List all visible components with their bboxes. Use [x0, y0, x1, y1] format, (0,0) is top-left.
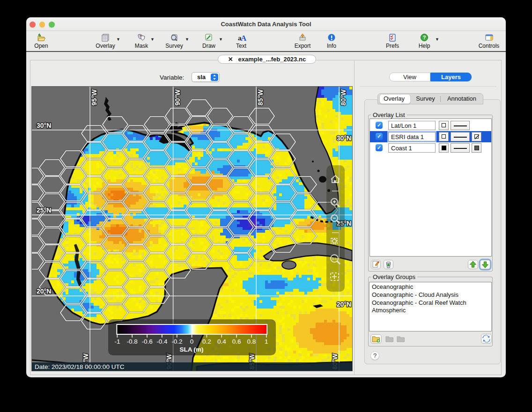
- svg-text:20°N: 20°N: [37, 287, 51, 295]
- svg-text:-0.6: -0.6: [141, 338, 152, 345]
- svg-text:-0.2: -0.2: [171, 338, 182, 345]
- svg-text:SLA (m): SLA (m): [179, 346, 203, 353]
- svg-text:0.8: 0.8: [247, 338, 256, 345]
- svg-text:80°W: 80°W: [340, 89, 347, 105]
- svg-text:-1: -1: [114, 338, 120, 345]
- svg-text:85°W: 85°W: [257, 89, 264, 105]
- svg-text:?: ?: [423, 35, 426, 40]
- svg-text:0.4: 0.4: [217, 338, 226, 345]
- svg-text:1: 1: [265, 338, 268, 345]
- svg-text:-0.8: -0.8: [127, 338, 138, 345]
- svg-text:-0.4: -0.4: [156, 338, 168, 345]
- svg-text:Date: 2023/02/18 00:00:00 UTC: Date: 2023/02/18 00:00:00 UTC: [35, 363, 125, 370]
- svg-text:30°N: 30°N: [37, 122, 51, 129]
- svg-text:25°N: 25°N: [37, 206, 51, 214]
- svg-text:30°N: 30°N: [337, 134, 351, 142]
- svg-text:95°W: 95°W: [90, 89, 98, 105]
- svg-text:1:1: 1:1: [332, 257, 337, 260]
- svg-text:90°W: 90°W: [174, 89, 181, 105]
- svg-text:0: 0: [190, 338, 194, 345]
- svg-text:A: A: [241, 34, 246, 42]
- svg-text:0.6: 0.6: [232, 338, 241, 345]
- svg-text:20°N: 20°N: [337, 301, 351, 308]
- svg-text:0.2: 0.2: [202, 338, 211, 345]
